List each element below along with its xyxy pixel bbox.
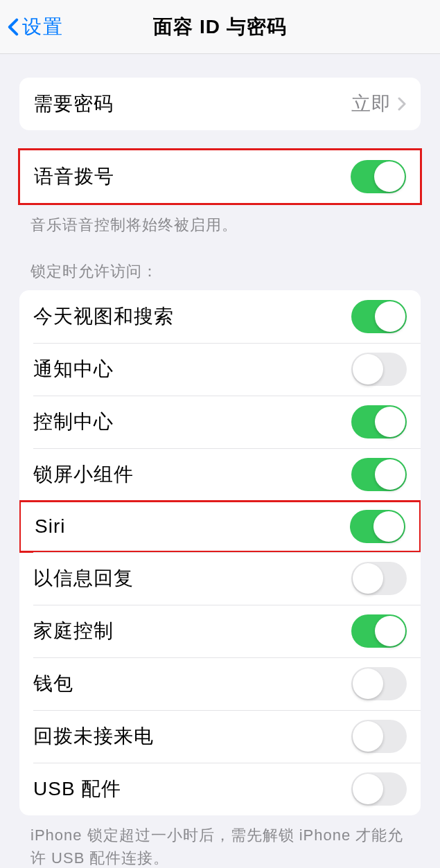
lock-access-label: Siri <box>35 515 65 538</box>
lock-access-toggle[interactable] <box>351 405 407 439</box>
lock-access-toggle[interactable] <box>351 300 407 333</box>
toggle-knob <box>373 511 404 542</box>
lock-access-label: 锁屏小组件 <box>33 461 134 488</box>
require-passcode-label: 需要密码 <box>33 91 114 117</box>
lock-access-toggle[interactable] <box>351 720 407 753</box>
lock-access-toggle[interactable] <box>351 562 407 595</box>
voice-dial-label: 语音拨号 <box>34 163 114 190</box>
lock-access-label: 以信息回复 <box>33 565 134 592</box>
toggle-knob <box>353 774 383 804</box>
lock-access-label: 控制中心 <box>33 409 114 435</box>
chevron-right-icon <box>397 96 407 112</box>
lock-access-toggle[interactable] <box>351 772 407 806</box>
toggle-knob <box>375 616 405 646</box>
lock-access-row[interactable]: 通知中心 <box>19 343 421 396</box>
lock-access-toggle[interactable] <box>351 353 407 386</box>
lock-access-toggle[interactable] <box>351 458 407 491</box>
require-passcode-row[interactable]: 需要密码 立即 <box>19 78 421 130</box>
lock-access-label: 通知中心 <box>33 356 114 382</box>
toggle-knob <box>353 668 383 699</box>
lock-access-toggle[interactable] <box>351 667 407 700</box>
lock-access-label: USB 配件 <box>33 776 121 802</box>
toggle-knob <box>353 721 383 752</box>
toggle-knob <box>375 407 405 437</box>
toggle-knob <box>375 459 405 490</box>
voice-dial-section: 语音拨号 <box>18 148 422 205</box>
toggle-knob <box>374 161 405 192</box>
lock-access-footer: iPhone 锁定超过一小时后，需先解锁 iPhone 才能允许 USB 配件连… <box>0 815 440 868</box>
voice-dial-toggle[interactable] <box>351 160 406 193</box>
lock-access-row[interactable]: 钱包 <box>19 657 421 710</box>
lock-access-toggle[interactable] <box>350 510 405 543</box>
page-title: 面容 ID 与密码 <box>0 14 440 40</box>
lock-access-label: 钱包 <box>33 671 73 697</box>
voice-dial-footer: 音乐语音控制将始终被启用。 <box>0 205 440 236</box>
toggle-knob <box>353 354 383 384</box>
back-button[interactable]: 设置 <box>7 14 64 40</box>
lock-access-toggle[interactable] <box>351 614 407 648</box>
lock-access-label: 今天视图和搜索 <box>33 303 174 330</box>
lock-access-row[interactable]: 今天视图和搜索 <box>19 290 421 343</box>
lock-access-row[interactable]: 回拨未接来电 <box>19 710 421 763</box>
toggle-knob <box>353 563 383 594</box>
require-passcode-section: 需要密码 立即 <box>19 78 421 130</box>
voice-dial-row[interactable]: 语音拨号 <box>20 150 420 203</box>
back-label: 设置 <box>22 14 64 40</box>
lock-access-row[interactable]: 控制中心 <box>19 396 421 448</box>
lock-access-row[interactable]: USB 配件 <box>19 763 421 815</box>
require-passcode-value: 立即 <box>351 91 407 117</box>
lock-access-row[interactable]: Siri <box>19 500 421 553</box>
lock-access-label: 家庭控制 <box>33 618 114 644</box>
lock-access-label: 回拨未接来电 <box>33 723 154 750</box>
lock-access-row[interactable]: 以信息回复 <box>19 552 421 605</box>
chevron-left-icon <box>7 17 19 37</box>
lock-access-section: 今天视图和搜索通知中心控制中心锁屏小组件Siri以信息回复家庭控制钱包回拨未接来… <box>19 290 421 815</box>
toggle-knob <box>375 301 405 332</box>
lock-access-header: 锁定时允许访问： <box>0 236 440 290</box>
navigation-bar: 设置 面容 ID 与密码 <box>0 0 440 54</box>
lock-access-row[interactable]: 家庭控制 <box>19 605 421 657</box>
lock-access-row[interactable]: 锁屏小组件 <box>19 448 421 501</box>
